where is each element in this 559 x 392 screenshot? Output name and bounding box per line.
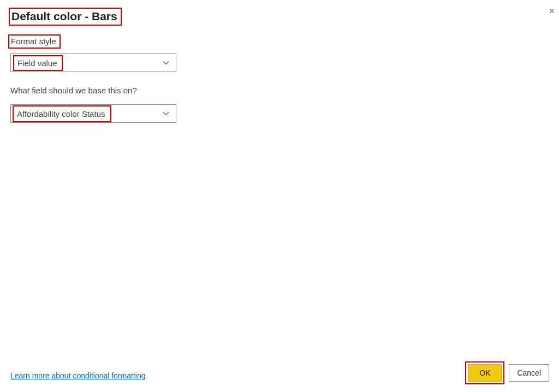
field-base-selected: Affordability color Status [13,105,111,122]
format-style-label: Format style [8,34,61,49]
ok-button[interactable]: OK [468,364,502,382]
ok-highlight: OK [465,361,504,384]
format-style-selected: Field value [13,55,63,71]
learn-more-link[interactable]: Learn more about conditional formatting [10,371,145,380]
chevron-down-icon [163,111,169,116]
dialog-title: Default color - Bars [9,8,122,26]
footer-buttons: OK Cancel [465,361,549,384]
format-style-dropdown[interactable]: Field value [10,54,176,72]
close-icon[interactable]: × [546,3,557,19]
chevron-down-icon [163,61,169,65]
cancel-button[interactable]: Cancel [509,364,549,382]
field-base-dropdown[interactable]: Affordability color Status [10,104,176,123]
field-base-label: What field should we base this on? [10,86,137,95]
